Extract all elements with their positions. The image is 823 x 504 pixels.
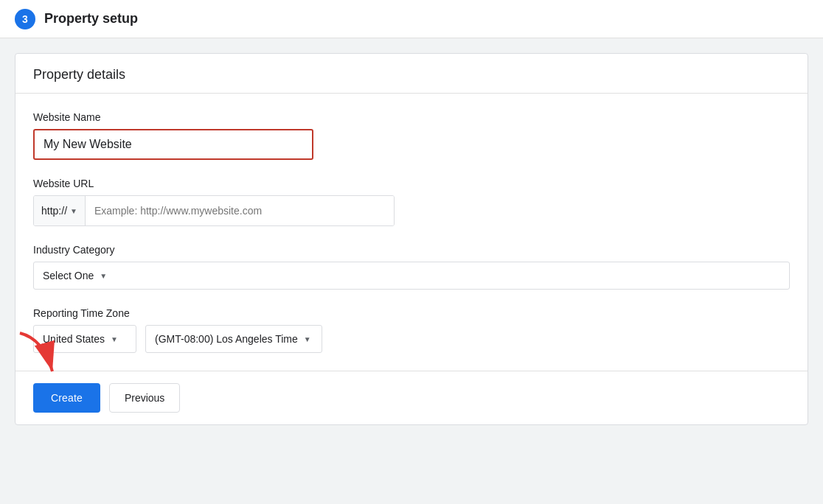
industry-dropdown-chevron-icon: ▼ xyxy=(100,272,107,280)
protocol-label: http:// xyxy=(41,205,67,217)
previous-button[interactable]: Previous xyxy=(109,383,180,413)
step-badge: 3 xyxy=(15,9,35,29)
website-url-label: Website URL xyxy=(33,178,790,189)
industry-category-dropdown[interactable]: Select One ▼ xyxy=(33,262,790,290)
card-footer: Create Previous xyxy=(15,371,808,424)
country-chevron-icon: ▼ xyxy=(111,335,118,343)
timezone-value: (GMT-08:00) Los Angeles Time xyxy=(155,333,298,345)
website-name-label: Website Name xyxy=(33,111,790,123)
card-header: Property details xyxy=(15,54,808,94)
industry-category-group: Industry Category Select One ▼ xyxy=(33,244,790,290)
reporting-timezone-label: Reporting Time Zone xyxy=(33,307,790,319)
timezone-chevron-icon: ▼ xyxy=(304,335,311,343)
create-button[interactable]: Create xyxy=(33,383,100,413)
country-dropdown[interactable]: United States ▼ xyxy=(33,325,136,353)
website-url-group: Website URL http:// ▼ xyxy=(33,178,790,226)
property-details-card: Property details Website Name Website UR… xyxy=(15,53,808,425)
timezone-selects: United States ▼ (GMT-08:00) Los Angeles … xyxy=(33,325,790,353)
country-value: United States xyxy=(43,333,105,345)
url-input-group: http:// ▼ xyxy=(33,195,395,226)
industry-category-label: Industry Category xyxy=(33,244,790,256)
timezone-dropdown[interactable]: (GMT-08:00) Los Angeles Time ▼ xyxy=(145,325,322,353)
reporting-timezone-group: Reporting Time Zone United States ▼ (GMT… xyxy=(33,307,790,353)
website-name-input[interactable] xyxy=(33,129,313,160)
page-title: Property setup xyxy=(44,11,138,27)
step-number: 3 xyxy=(22,13,28,25)
url-protocol-dropdown[interactable]: http:// ▼ xyxy=(34,196,86,225)
industry-category-value: Select One xyxy=(43,270,94,281)
card-title: Property details xyxy=(33,67,125,82)
main-content: Property details Website Name Website UR… xyxy=(0,38,823,504)
page-header: 3 Property setup xyxy=(0,0,823,38)
website-name-group: Website Name xyxy=(33,111,790,160)
url-input[interactable] xyxy=(86,196,394,225)
protocol-chevron-icon: ▼ xyxy=(70,207,77,215)
card-body: Website Name Website URL http:// ▼ Indus… xyxy=(15,94,808,353)
